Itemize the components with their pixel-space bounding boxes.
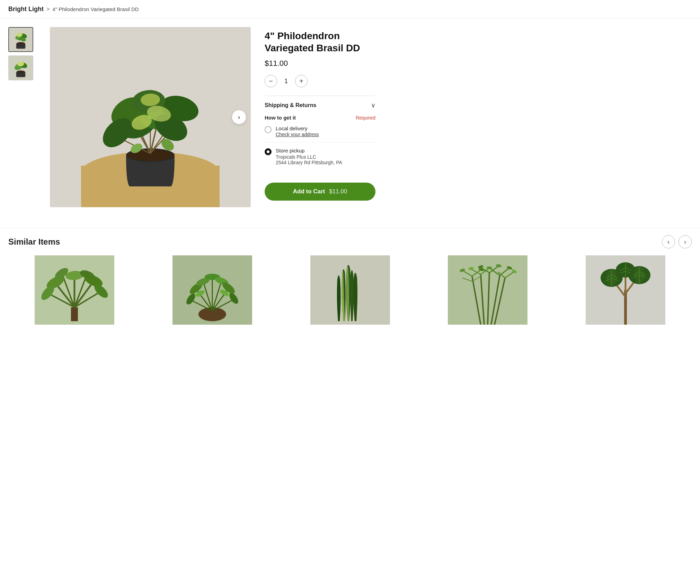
similar-next-button[interactable]: › — [679, 235, 692, 248]
main-product-image — [50, 27, 251, 207]
store-pickup-label: Store pickup — [276, 148, 342, 153]
product-title: 4" Philodendron Variegated Brasil DD — [265, 30, 375, 54]
thumbnail-1[interactable] — [8, 27, 33, 52]
shipping-section: Shipping & Returns ∨ How to get it Requi… — [265, 96, 375, 176]
similar-item-5[interactable] — [559, 255, 692, 325]
svg-point-3 — [17, 42, 25, 45]
how-get-title: How to get it — [265, 115, 296, 121]
shipping-header[interactable]: Shipping & Returns ∨ — [265, 102, 375, 109]
chevron-down-icon: ∨ — [371, 102, 375, 109]
store-name: Tropicals Plus LLC — [276, 154, 342, 160]
add-to-cart-label: Add to Cart — [293, 188, 325, 195]
similar-nav: ‹ › — [662, 235, 692, 248]
similar-item-3[interactable] — [284, 255, 416, 325]
store-address: 2544 Library Rd Pittsburgh, PA — [276, 160, 342, 165]
quantity-increase-button[interactable]: + — [295, 75, 308, 87]
product-container: › 4" Philodendron Variegated Brasil DD $… — [0, 19, 416, 221]
local-delivery-option[interactable]: Local delivery Check your address — [265, 125, 375, 143]
main-image-wrapper: › — [50, 27, 251, 207]
similar-item-2-image — [146, 255, 278, 325]
breadcrumb-separator: > — [46, 6, 50, 12]
chevron-left-icon: ‹ — [667, 238, 670, 246]
add-to-cart-price: $11.00 — [329, 188, 347, 195]
similar-items-title: Similar Items — [8, 237, 60, 247]
similar-item-4[interactable] — [422, 255, 554, 325]
svg-rect-41 — [71, 307, 78, 321]
similar-item-2[interactable] — [146, 255, 278, 325]
quantity-decrease-button[interactable]: − — [265, 75, 277, 87]
product-info-panel: 4" Philodendron Variegated Brasil DD $11… — [265, 27, 375, 207]
similar-item-1-image — [8, 255, 141, 325]
quantity-value: 1 — [282, 78, 290, 85]
plus-icon: + — [299, 78, 303, 85]
svg-point-11 — [17, 71, 25, 73]
similar-header: Similar Items ‹ › — [8, 235, 692, 248]
breadcrumb-current-page: 4" Philodendron Variegated Brasil DD — [52, 6, 139, 12]
local-delivery-label: Local delivery — [276, 125, 319, 131]
main-image-next-button[interactable]: › — [232, 110, 246, 124]
store-pickup-option[interactable]: Store pickup Tropicals Plus LLC 2544 Lib… — [265, 148, 375, 170]
shipping-title: Shipping & Returns — [265, 102, 316, 108]
breadcrumb-parent-link[interactable]: Bright Light — [8, 6, 44, 13]
local-delivery-content: Local delivery Check your address — [276, 125, 319, 138]
required-label: Required — [356, 115, 375, 121]
chevron-right-icon: › — [238, 114, 240, 121]
quantity-row: − 1 + — [265, 75, 375, 87]
radio-inner-dot — [267, 150, 269, 153]
store-pickup-content: Store pickup Tropicals Plus LLC 2544 Lib… — [276, 148, 342, 165]
how-to-get-section: How to get it Required Local delivery Ch… — [265, 115, 375, 176]
similar-item-5-image — [559, 255, 692, 325]
chevron-right-icon: › — [684, 238, 686, 246]
similar-item-1[interactable] — [8, 255, 141, 325]
breadcrumb: Bright Light > 4" Philodendron Variegate… — [0, 0, 700, 19]
thumbnail-2[interactable] — [8, 55, 33, 80]
similar-items-grid — [8, 255, 692, 325]
store-pickup-radio[interactable] — [265, 148, 272, 155]
add-to-cart-button[interactable]: Add to Cart $11.00 — [265, 183, 375, 201]
thumbnail-list — [8, 27, 36, 207]
check-address-link[interactable]: Check your address — [276, 132, 319, 137]
similar-prev-button[interactable]: ‹ — [662, 235, 675, 248]
similar-items-section: Similar Items ‹ › — [0, 228, 700, 339]
how-get-header: How to get it Required — [265, 115, 375, 121]
local-delivery-radio[interactable] — [265, 126, 272, 133]
similar-item-3-image — [284, 255, 416, 325]
product-price: $11.00 — [265, 59, 375, 68]
minus-icon: − — [269, 78, 273, 85]
similar-item-4-image — [422, 255, 554, 325]
